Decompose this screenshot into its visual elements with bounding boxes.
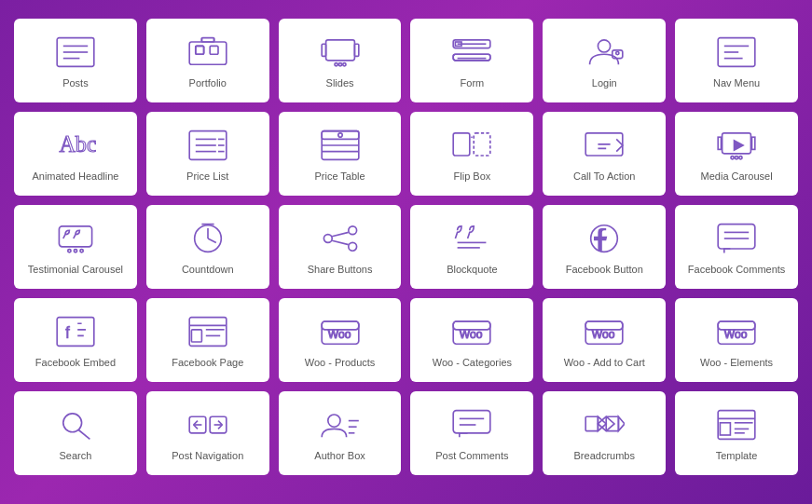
flip-box-label: Flip Box (454, 170, 491, 183)
template-icon (716, 408, 757, 442)
svg-rect-11 (325, 40, 354, 61)
widget-card-post-navigation[interactable]: Post Navigation (146, 391, 269, 475)
widget-card-flip-box[interactable]: Flip Box (410, 112, 533, 196)
svg-marker-47 (734, 139, 745, 151)
widget-card-template[interactable]: Template (675, 391, 798, 475)
svg-point-50 (731, 156, 734, 158)
widget-card-facebook-embed[interactable]: fFacebook Embed (14, 298, 137, 382)
svg-point-51 (735, 156, 737, 158)
widget-card-form[interactable]: Form (410, 19, 533, 102)
slides-label: Slides (326, 76, 354, 89)
svg-rect-5 (196, 46, 204, 54)
form-icon (451, 35, 492, 69)
widget-card-animated-headline[interactable]: AbcAnimated Headline (14, 112, 137, 196)
widget-card-facebook-button[interactable]: Facebook Button (543, 205, 666, 289)
countdown-icon (187, 222, 228, 255)
svg-rect-49 (752, 137, 755, 149)
blockquote-label: Blockquote (447, 263, 497, 276)
price-table-label: Price Table (314, 170, 365, 183)
facebook-comments-icon (716, 222, 757, 255)
svg-text:Abc: Abc (59, 130, 96, 156)
facebook-button-label: Facebook Button (566, 263, 643, 276)
svg-point-55 (74, 249, 76, 252)
testimonial-carousel-icon (55, 222, 96, 255)
woo-add-to-cart-label: Woo - Add to Cart (564, 356, 645, 369)
svg-point-25 (616, 51, 619, 54)
svg-rect-44 (475, 133, 491, 156)
widget-card-woo-categories[interactable]: WooWoo - Categories (410, 298, 533, 382)
widget-card-media-carousel[interactable]: Media Carousel (675, 112, 798, 196)
svg-point-62 (348, 242, 356, 251)
widget-card-woo-add-to-cart[interactable]: WooWoo - Add to Cart (543, 298, 666, 382)
widget-card-search[interactable]: Search (14, 391, 137, 475)
testimonial-carousel-label: Testimonial Carousel (28, 263, 123, 276)
post-comments-label: Post Comments (435, 449, 508, 462)
widget-card-breadcrumbs[interactable]: Breadcrumbs (543, 391, 666, 475)
widget-card-posts[interactable]: Posts (14, 19, 137, 102)
svg-rect-48 (718, 137, 721, 149)
svg-rect-43 (454, 133, 471, 156)
widget-card-countdown[interactable]: Countdown (146, 205, 269, 289)
widget-card-facebook-page[interactable]: Facebook Page (146, 298, 269, 382)
svg-point-52 (739, 156, 742, 158)
widget-card-facebook-comments[interactable]: Facebook Comments (675, 205, 798, 289)
widget-card-woo-elements[interactable]: WooWoo - Elements (675, 298, 798, 382)
login-label: Login (592, 76, 617, 89)
portfolio-label: Portfolio (189, 76, 227, 89)
author-box-label: Author Box (314, 449, 365, 462)
flip-box-icon (451, 129, 492, 162)
svg-rect-13 (354, 44, 358, 56)
svg-point-16 (342, 62, 345, 65)
svg-point-61 (348, 226, 356, 235)
countdown-label: Countdown (182, 263, 234, 276)
widget-card-blockquote[interactable]: Blockquote (410, 205, 533, 289)
widget-grid: PostsPortfolioSlidesFormLoginNav MenuAbc… (14, 19, 798, 475)
widget-card-login[interactable]: Login (543, 19, 666, 102)
portfolio-icon (187, 35, 228, 69)
svg-line-64 (332, 232, 349, 236)
breadcrumbs-label: Breadcrumbs (574, 449, 635, 462)
widget-card-post-comments[interactable]: Post Comments (410, 391, 533, 475)
svg-rect-112 (720, 423, 730, 435)
facebook-embed-icon: f (55, 315, 96, 348)
nav-menu-icon (716, 35, 757, 69)
woo-elements-label: Woo - Elements (700, 356, 773, 369)
login-icon (584, 35, 625, 69)
widget-card-price-list[interactable]: Price List (146, 112, 269, 196)
post-navigation-label: Post Navigation (172, 449, 243, 462)
svg-rect-69 (718, 224, 755, 248)
svg-rect-18 (454, 54, 491, 61)
svg-point-54 (68, 249, 71, 252)
svg-rect-12 (322, 44, 325, 56)
svg-point-56 (80, 249, 83, 252)
svg-text:f: f (65, 322, 70, 341)
post-navigation-icon (187, 408, 228, 442)
form-label: Form (461, 76, 485, 89)
widget-card-call-to-action[interactable]: Call To Action (543, 112, 666, 196)
nav-menu-label: Nav Menu (713, 76, 760, 89)
animated-headline-label: Animated Headline (32, 170, 118, 183)
media-carousel-label: Media Carousel (701, 170, 773, 183)
widget-card-woo-products[interactable]: WooWoo - Products (279, 298, 402, 382)
widget-card-share-buttons[interactable]: Share Buttons (279, 205, 402, 289)
price-table-icon (320, 129, 361, 162)
widget-card-slides[interactable]: Slides (279, 19, 402, 102)
svg-rect-6 (210, 46, 218, 54)
posts-icon (55, 35, 96, 69)
template-label: Template (716, 449, 758, 462)
facebook-page-label: Facebook Page (172, 356, 243, 369)
widget-card-author-box[interactable]: Author Box (279, 391, 402, 475)
widget-card-price-table[interactable]: Price Table (279, 112, 402, 196)
facebook-button-icon (584, 222, 625, 255)
svg-rect-72 (57, 317, 94, 346)
widget-card-testimonial-carousel[interactable]: Testimonial Carousel (14, 205, 137, 289)
price-list-icon (187, 129, 228, 162)
woo-categories-icon: Woo (451, 315, 492, 348)
svg-point-42 (337, 133, 341, 137)
widget-card-nav-menu[interactable]: Nav Menu (675, 19, 798, 102)
search-icon (55, 408, 96, 442)
svg-rect-76 (191, 330, 201, 342)
svg-rect-10 (201, 37, 213, 41)
call-to-action-icon (584, 129, 625, 162)
widget-card-portfolio[interactable]: Portfolio (146, 19, 269, 102)
